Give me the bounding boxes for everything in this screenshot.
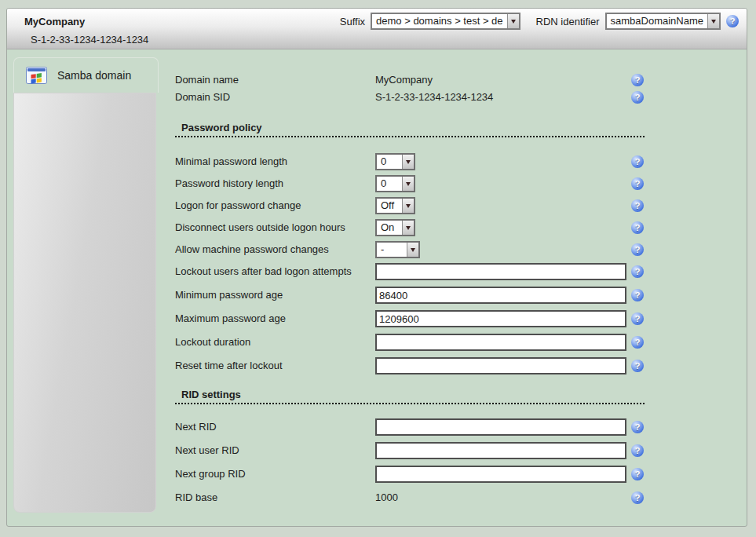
row-disconnect-users: Disconnect users outside logon hours On …: [175, 219, 645, 236]
domain-sid-subtitle: S-1-2-33-1234-1234-1234: [31, 34, 148, 46]
help-icon[interactable]: ?: [631, 336, 644, 349]
tab-samba-domain-label: Samba domain: [57, 69, 131, 82]
field-label: Allow machine password changes: [175, 241, 375, 258]
dropdown-arrow-icon: [507, 14, 519, 28]
sidebar-panel: [13, 93, 156, 513]
help-icon[interactable]: ?: [631, 421, 644, 433]
row-password-history-length: Password history length 0 ?: [175, 175, 645, 192]
content-area: Samba domain Domain name MyCompany ? Dom…: [7, 49, 747, 527]
rdn-identifier-select[interactable]: sambaDomainName: [605, 13, 721, 30]
help-icon[interactable]: ?: [631, 289, 644, 301]
dropdown-arrow-icon: [402, 199, 414, 213]
dropdown-arrow-icon: [407, 243, 418, 257]
help-icon[interactable]: ?: [631, 177, 644, 190]
suffix-select-value: demo > domains > test > de: [372, 14, 507, 28]
help-icon[interactable]: ?: [726, 15, 739, 27]
rdn-identifier-label: RDN identifier: [536, 16, 600, 27]
field-label: RID base: [175, 489, 375, 506]
lockout-users-input[interactable]: [375, 263, 626, 280]
select-value: 0: [377, 177, 402, 191]
lockout-duration-input[interactable]: [375, 334, 626, 351]
rid-base-value: 1000: [375, 489, 631, 506]
field-label: Minimal password length: [175, 153, 375, 170]
row-lockout-users: Lockout users after bad logon attempts ?: [175, 263, 645, 280]
minimum-password-age-input[interactable]: [375, 287, 626, 304]
select-value: 0: [377, 155, 402, 169]
domain-name-value: MyCompany: [375, 71, 631, 89]
field-label: Next RID: [175, 418, 375, 436]
help-icon[interactable]: ?: [631, 491, 644, 504]
dropdown-arrow-icon: [402, 177, 414, 191]
disconnect-users-select[interactable]: On: [375, 219, 415, 236]
help-icon[interactable]: ?: [631, 265, 644, 278]
section-heading-password-policy: Password policy: [175, 122, 645, 137]
field-label: Password history length: [175, 175, 375, 192]
field-label: Next group RID: [175, 466, 375, 483]
field-label: Domain SID: [175, 89, 375, 106]
field-label: Reset time after lockout: [175, 357, 375, 374]
row-logon-for-password-change: Logon for password change Off ?: [175, 197, 645, 214]
field-label: Maximum password age: [175, 310, 375, 327]
dropdown-arrow-icon: [707, 14, 719, 28]
row-next-rid: Next RID ?: [175, 418, 645, 436]
row-lockout-duration: Lockout duration ?: [175, 334, 645, 351]
select-value: -: [377, 243, 407, 257]
select-value: On: [377, 221, 402, 235]
row-next-group-rid: Next group RID ?: [175, 466, 645, 483]
row-reset-time-after-lockout: Reset time after lockout ?: [175, 357, 645, 374]
help-icon[interactable]: ?: [631, 312, 644, 325]
samba-domain-window: MyCompany Suffix demo > domains > test >…: [6, 8, 747, 527]
help-icon[interactable]: ?: [631, 91, 644, 104]
section-heading-rid-settings: RID settings: [175, 389, 645, 404]
help-icon[interactable]: ?: [631, 199, 644, 212]
sidebar: Samba domain: [13, 57, 159, 513]
suffix-select[interactable]: demo > domains > test > de: [371, 13, 520, 30]
windows-logo-icon: [26, 67, 47, 84]
help-icon[interactable]: ?: [631, 74, 644, 86]
suffix-label: Suffix: [340, 16, 365, 27]
field-label: Next user RID: [175, 442, 375, 459]
field-label: Lockout users after bad logon attempts: [175, 263, 375, 280]
info-row-domain-name: Domain name MyCompany ?: [175, 71, 645, 89]
row-minimal-password-length: Minimal password length 0 ?: [175, 153, 645, 170]
help-icon[interactable]: ?: [631, 360, 644, 372]
field-label: Logon for password change: [175, 197, 375, 214]
field-label: Lockout duration: [175, 334, 375, 351]
help-icon[interactable]: ?: [631, 468, 644, 480]
allow-machine-password-changes-select[interactable]: -: [375, 241, 420, 258]
tab-samba-domain[interactable]: Samba domain: [13, 57, 159, 93]
next-rid-input[interactable]: [375, 418, 626, 436]
reset-time-after-lockout-input[interactable]: [375, 357, 626, 374]
row-minimum-password-age: Minimum password age ?: [175, 287, 645, 304]
row-next-user-rid: Next user RID ?: [175, 442, 645, 459]
minimal-password-length-select[interactable]: 0: [375, 153, 415, 170]
row-rid-base: RID base 1000 ?: [175, 489, 645, 506]
dropdown-arrow-icon: [402, 155, 414, 169]
password-history-length-select[interactable]: 0: [375, 175, 415, 192]
row-allow-machine-password-changes: Allow machine password changes - ?: [175, 241, 645, 258]
field-label: Domain name: [175, 71, 375, 89]
help-icon[interactable]: ?: [631, 155, 644, 168]
next-user-rid-input[interactable]: [375, 442, 626, 459]
help-icon[interactable]: ?: [631, 221, 644, 234]
info-row-domain-sid: Domain SID S-1-2-33-1234-1234-1234 ?: [175, 89, 645, 106]
logon-for-password-change-select[interactable]: Off: [375, 197, 415, 214]
next-group-rid-input[interactable]: [375, 466, 626, 483]
samba-domain-form: Domain name MyCompany ? Domain SID S-1-2…: [175, 71, 645, 506]
field-label: Minimum password age: [175, 287, 375, 304]
dropdown-arrow-icon: [402, 221, 414, 235]
field-label: Disconnect users outside logon hours: [175, 219, 375, 236]
maximum-password-age-input[interactable]: [375, 310, 626, 327]
help-icon[interactable]: ?: [631, 243, 644, 256]
domain-sid-value: S-1-2-33-1234-1234-1234: [375, 89, 631, 106]
select-value: Off: [377, 199, 402, 213]
rdn-select-value: sambaDomainName: [607, 14, 708, 28]
row-maximum-password-age: Maximum password age ?: [175, 310, 645, 327]
page-title: MyCompany: [24, 16, 85, 27]
help-icon[interactable]: ?: [631, 444, 644, 457]
header: MyCompany Suffix demo > domains > test >…: [7, 9, 747, 49]
